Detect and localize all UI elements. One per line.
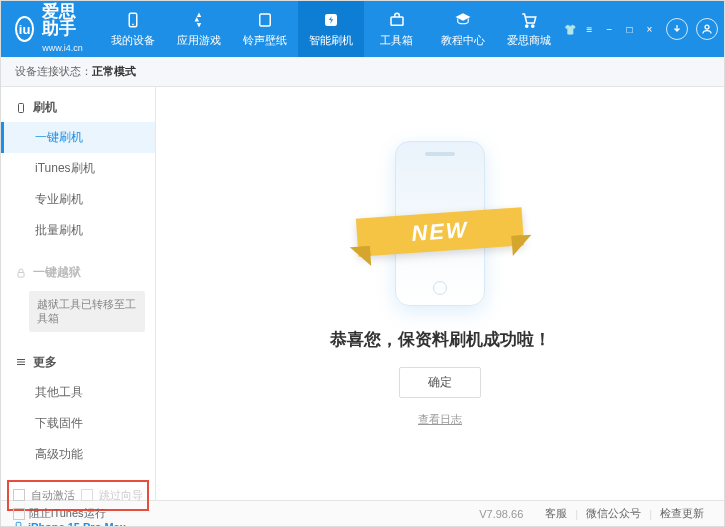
cart-icon: [519, 10, 539, 30]
main-content: NEW 恭喜您，保资料刷机成功啦！ 确定 查看日志: [156, 87, 724, 500]
logo: iu 爱思助手 www.i4.cn: [1, 3, 100, 55]
nav-my-device[interactable]: 我的设备: [100, 1, 166, 57]
music-icon: [255, 10, 275, 30]
ok-button[interactable]: 确定: [399, 367, 481, 398]
nav-store[interactable]: 爱思商城: [496, 1, 562, 57]
nav-label: 应用游戏: [177, 33, 221, 48]
checkbox-block-itunes[interactable]: [13, 508, 25, 520]
nav-label: 我的设备: [111, 33, 155, 48]
sidebar-head-jailbreak: 一键越狱: [1, 258, 155, 287]
nav-ringtones[interactable]: 铃声壁纸: [232, 1, 298, 57]
apps-icon: [189, 10, 209, 30]
sidebar-item-other-tools[interactable]: 其他工具: [1, 377, 155, 408]
svg-rect-2: [259, 14, 270, 26]
nav-toolbox[interactable]: 工具箱: [364, 1, 430, 57]
window-controls: 👕 ≡ − □ ×: [562, 22, 658, 36]
success-illustration: NEW: [395, 141, 485, 306]
sidebar-item-download-firmware[interactable]: 下载固件: [1, 408, 155, 439]
footer-link-support[interactable]: 客服: [545, 506, 567, 521]
logo-icon: iu: [15, 16, 34, 42]
sidebar-head-more[interactable]: 更多: [1, 348, 155, 377]
nav-label: 智能刷机: [309, 33, 353, 48]
nav-apps[interactable]: 应用游戏: [166, 1, 232, 57]
sidebar-item-oneclick-flash[interactable]: 一键刷机: [1, 122, 155, 153]
main-nav: 我的设备 应用游戏 铃声壁纸 智能刷机 工具箱 教程中心 爱思商城: [100, 1, 562, 57]
nav-tutorials[interactable]: 教程中心: [430, 1, 496, 57]
svg-point-6: [531, 25, 533, 27]
sidebar-item-itunes-flash[interactable]: iTunes刷机: [1, 153, 155, 184]
svg-rect-9: [18, 272, 24, 277]
toolbox-icon: [387, 10, 407, 30]
status-prefix: 设备连接状态：: [15, 64, 92, 79]
svg-point-7: [705, 25, 709, 29]
checkbox-skip-wizard[interactable]: [81, 489, 93, 501]
version-label: V7.98.66: [479, 508, 523, 520]
status-mode: 正常模式: [92, 64, 136, 79]
download-button[interactable]: [666, 18, 688, 40]
svg-rect-4: [391, 17, 403, 25]
nav-label: 工具箱: [380, 33, 413, 48]
sidebar-jailbreak-notice: 越狱工具已转移至工具箱: [29, 291, 145, 332]
svg-point-5: [525, 25, 527, 27]
nav-label: 铃声壁纸: [243, 33, 287, 48]
user-button[interactable]: [696, 18, 718, 40]
status-bar: 设备连接状态： 正常模式: [1, 57, 724, 87]
sidebar-item-advanced[interactable]: 高级功能: [1, 439, 155, 470]
footer-link-wechat[interactable]: 微信公众号: [586, 506, 641, 521]
flash-icon: [321, 10, 341, 30]
skin-icon[interactable]: 👕: [562, 22, 578, 36]
sidebar-item-pro-flash[interactable]: 专业刷机: [1, 184, 155, 215]
view-log-link[interactable]: 查看日志: [418, 412, 462, 427]
sidebar-item-batch-flash[interactable]: 批量刷机: [1, 215, 155, 246]
svg-rect-13: [16, 522, 21, 527]
new-ribbon: NEW: [356, 207, 524, 256]
nav-label: 爱思商城: [507, 33, 551, 48]
app-subtitle: www.i4.cn: [42, 43, 83, 53]
block-itunes-label: 阻止iTunes运行: [29, 506, 106, 521]
nav-label: 教程中心: [441, 33, 485, 48]
close-icon[interactable]: ×: [642, 22, 658, 36]
success-message: 恭喜您，保资料刷机成功啦！: [330, 328, 551, 351]
app-title: 爱思助手: [42, 3, 89, 37]
checkbox-label: 跳过向导: [99, 488, 143, 503]
sidebar: 刷机 一键刷机 iTunes刷机 专业刷机 批量刷机 一键越狱 越狱工具已转移至…: [1, 87, 156, 500]
sidebar-head-flash[interactable]: 刷机: [1, 93, 155, 122]
device-name[interactable]: iPhone 15 Pro Max: [13, 521, 143, 527]
menu-icon[interactable]: ≡: [582, 22, 598, 36]
maximize-icon[interactable]: □: [622, 22, 638, 36]
nav-flash[interactable]: 智能刷机: [298, 1, 364, 57]
phone-icon: [123, 10, 143, 30]
graduate-icon: [453, 10, 473, 30]
svg-rect-8: [19, 103, 24, 112]
minimize-icon[interactable]: −: [602, 22, 618, 36]
checkbox-label: 自动激活: [31, 488, 75, 503]
checkbox-auto-activate[interactable]: [13, 489, 25, 501]
footer-link-update[interactable]: 检查更新: [660, 506, 704, 521]
